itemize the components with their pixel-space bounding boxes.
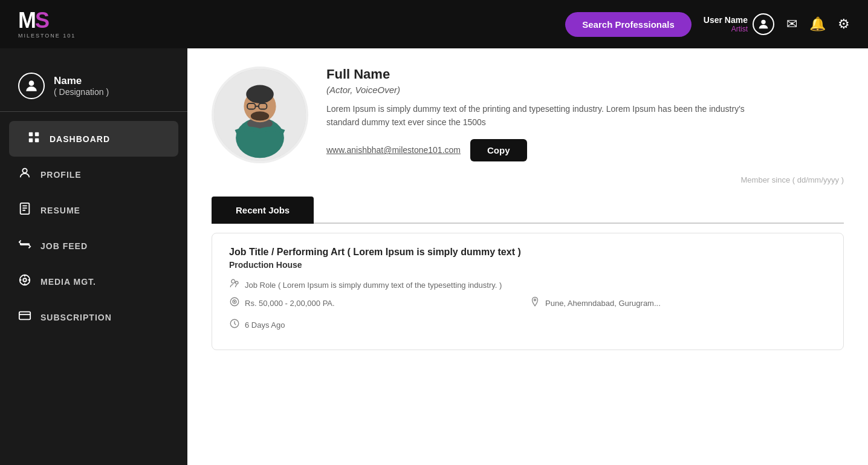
profile-designation: (Actor, VoiceOver) [326,85,844,95]
media-mgt-icon [18,273,31,290]
job-posted: 6 Days Ago [245,320,285,330]
profile-full-name: Full Name [326,67,844,82]
job-role: Job Role ( Lorem Ipsum is simply dummy t… [245,281,502,290]
tab-underline [314,197,844,224]
job-location: Pune, Ahemndabad, Gurugram... [545,299,661,308]
sidebar-item-media-mgt[interactable]: MEDIA MGT. [0,264,187,299]
logo: MS MILESTONE 101 [18,10,76,39]
profile-bio: Lorem Ipsum is simply dummy text of the … [326,102,750,129]
profile-info: Full Name (Actor, VoiceOver) Lorem Ipsum… [326,67,844,163]
svg-rect-4 [29,138,33,142]
svg-point-17 [246,85,274,103]
svg-point-1 [29,80,34,86]
sidebar-user: Name ( Designation ) [0,67,187,112]
svg-rect-11 [19,312,30,320]
profile-avatar-wrapper [212,67,308,163]
job-location-row: Pune, Ahemndabad, Gurugram... [530,296,826,310]
profile-section: Full Name (Actor, VoiceOver) Lorem Ipsum… [212,67,844,163]
sidebar-item-subscription-label: SUBSCRIPTION [40,313,112,322]
resume-icon [18,202,31,218]
copy-button[interactable]: Copy [470,139,527,161]
sidebar-item-job-feed-label: JOB FEED [40,241,88,251]
job-role-row: Job Role ( Lorem Ipsum is simply dummy t… [229,278,826,291]
svg-rect-8 [21,244,30,245]
sidebar-user-name: Name [54,75,109,87]
profile-email: www.anishbhat@milestone101.com [326,145,461,155]
logo-s: S [35,8,48,33]
svg-point-0 [761,20,765,24]
salary-icon [229,296,240,310]
sidebar-item-dashboard-label: DASHBOARD [50,134,110,144]
sidebar-item-profile[interactable]: PROFILE [0,157,187,192]
message-icon[interactable]: ✉ [786,16,797,32]
svg-point-22 [232,279,235,283]
sidebar-item-media-mgt-label: MEDIA MGT. [40,277,96,287]
svg-point-18 [251,111,269,120]
sidebar-item-dashboard[interactable]: DASHBOARD [9,121,178,157]
location-icon [530,296,540,310]
svg-point-6 [22,169,27,173]
sidebar-item-profile-label: PROFILE [40,170,82,180]
svg-point-23 [236,281,239,284]
user-avatar-icon[interactable] [753,13,774,35]
profile-email-row: www.anishbhat@milestone101.com Copy [326,139,844,161]
user-role-label: Artist [704,25,748,33]
sidebar-item-job-feed[interactable]: JOB FEED [0,228,187,264]
header-right: Search Professionals User Name Artist ✉ … [565,12,850,37]
recent-jobs-tab-button[interactable]: Recent Jobs [212,197,314,224]
job-details-grid: Rs. 50,000 - 2,00,000 PA. Pune, Ahemndab… [229,296,826,314]
sidebar-item-resume-label: RESUME [40,206,80,215]
main-content: Full Name (Actor, VoiceOver) Lorem Ipsum… [187,48,868,465]
bell-icon[interactable]: 🔔 [809,16,826,32]
svg-point-26 [234,301,235,302]
user-info: User Name Artist [704,13,774,35]
sidebar-item-subscription[interactable]: SUBSCRIPTION [0,299,187,335]
profile-icon [18,166,31,183]
job-title: Job Title / Performing Art ( Lorem Ipsum… [229,247,826,258]
header: MS MILESTONE 101 Search Professionals Us… [0,0,868,48]
svg-rect-2 [29,132,33,136]
job-feed-icon [18,238,31,254]
search-professionals-button[interactable]: Search Professionals [565,12,691,37]
recent-jobs-tab-bar: Recent Jobs [212,197,844,224]
logo-subtitle: MILESTONE 101 [18,33,76,39]
user-name-label: User Name [704,15,748,25]
logo-m: M [18,8,35,33]
logo-letters: MS [18,10,76,31]
clock-icon [229,318,240,331]
job-salary: Rs. 50,000 - 2,00,000 PA. [245,299,335,308]
role-icon [229,278,240,291]
svg-rect-5 [35,138,39,142]
dashboard-icon [27,131,40,147]
sidebar: Name ( Designation ) DASHBOARD PROFILE R… [0,48,187,465]
job-card: Job Title / Performing Art ( Lorem Ipsum… [212,233,844,350]
main-layout: Name ( Designation ) DASHBOARD PROFILE R… [0,48,868,465]
svg-point-27 [534,299,536,301]
svg-rect-3 [35,132,39,136]
sidebar-item-resume[interactable]: RESUME [0,192,187,228]
settings-icon[interactable]: ⚙ [838,16,850,32]
svg-point-10 [23,278,27,282]
subscription-icon [18,309,31,325]
sidebar-user-designation: ( Designation ) [54,87,109,97]
job-posted-row: 6 Days Ago [229,318,826,331]
member-since: Member since ( dd/mm/yyyy ) [212,175,844,184]
job-salary-row: Rs. 50,000 - 2,00,000 PA. [229,296,526,310]
job-company: Production House [229,260,826,270]
sidebar-avatar [18,73,45,99]
